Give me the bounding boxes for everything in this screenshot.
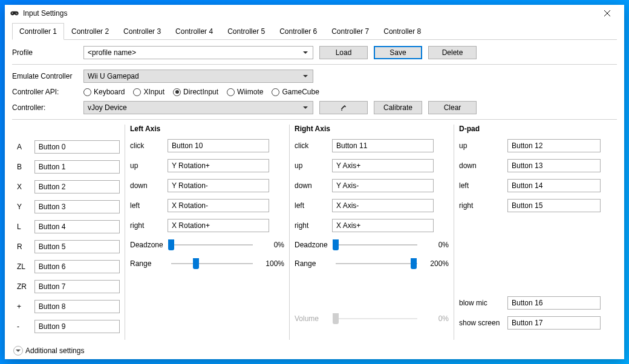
content: Controller 1Controller 2Controller 3Cont… xyxy=(5,22,624,364)
left-deadzone-slider[interactable] xyxy=(168,239,256,251)
button-minus-input[interactable]: Button 9 xyxy=(34,320,120,333)
right-axis-up-input[interactable]: Y Axis+ xyxy=(332,159,434,172)
radio-icon xyxy=(272,88,279,96)
close-button[interactable] xyxy=(595,5,619,22)
button-x-input[interactable]: Button 2 xyxy=(34,180,120,193)
button-y-row: YButton 3 xyxy=(17,200,120,213)
button-plus-label: + xyxy=(17,302,31,311)
right-axis-down-input[interactable]: Y Axis- xyxy=(332,179,434,192)
right-range-slider[interactable] xyxy=(332,258,421,270)
tab-controller-2[interactable]: Controller 2 xyxy=(64,23,116,39)
right-axis-right-input[interactable]: X Axis+ xyxy=(332,219,434,232)
tab-controller-4[interactable]: Controller 4 xyxy=(168,23,220,39)
extra-blow-mic-row: blow micButton 16 xyxy=(459,296,612,310)
button-l-label: L xyxy=(17,223,31,231)
tab-controller-7[interactable]: Controller 7 xyxy=(324,23,376,39)
button-zl-input[interactable]: Button 6 xyxy=(34,260,120,273)
left-axis-left-row: leftX Rotation- xyxy=(130,199,284,212)
tab-controller-3[interactable]: Controller 3 xyxy=(116,23,168,39)
right-axis-down-row: downY Axis- xyxy=(295,179,449,192)
button-zr-input[interactable]: Button 7 xyxy=(34,280,120,293)
dpad-down-input[interactable]: Button 13 xyxy=(507,159,601,172)
left-axis-left-input[interactable]: X Rotation- xyxy=(168,199,269,212)
left-axis-right-row: rightX Rotation+ xyxy=(130,219,284,232)
tab-controller-1[interactable]: Controller 1 xyxy=(12,23,64,40)
load-button[interactable]: Load xyxy=(319,46,368,59)
right-axis-click-input[interactable]: Button 11 xyxy=(332,139,434,152)
radio-keyboard[interactable]: Keyboard xyxy=(83,88,125,96)
dpad-down-row: downButton 13 xyxy=(459,159,612,172)
button-zl-row: ZLButton 6 xyxy=(17,260,120,273)
radio-wiimote[interactable]: Wiimote xyxy=(227,88,263,96)
save-button[interactable]: Save xyxy=(374,46,422,59)
button-r-input[interactable]: Button 5 xyxy=(34,240,120,253)
volume-row: Volume 0% xyxy=(295,313,449,325)
titlebar: Input Settings xyxy=(5,5,624,22)
right-axis-click-row: clickButton 11 xyxy=(295,139,449,152)
button-y-input[interactable]: Button 3 xyxy=(34,200,120,213)
dpad-up-input[interactable]: Button 12 xyxy=(507,139,601,152)
right-axis-title: Right Axis xyxy=(295,125,449,133)
additional-settings-toggle[interactable]: Additional settings xyxy=(12,342,617,359)
button-minus-label: - xyxy=(17,322,31,331)
radio-directinput[interactable]: DirectInput xyxy=(173,88,218,96)
dpad-left-input[interactable]: Button 14 xyxy=(507,179,601,192)
right-axis-up-label: up xyxy=(295,161,328,170)
clear-button[interactable]: Clear xyxy=(428,101,477,114)
window-title: Input Settings xyxy=(23,9,592,18)
button-x-label: X xyxy=(17,183,31,191)
extra-blow-mic-label: blow mic xyxy=(459,299,504,307)
tab-controller-5[interactable]: Controller 5 xyxy=(220,23,272,39)
api-label: Controller API: xyxy=(12,88,77,96)
dpad-left-row: leftButton 14 xyxy=(459,179,612,192)
button-b-label: B xyxy=(17,163,31,171)
chevron-down-icon xyxy=(13,346,23,356)
api-row: Controller API: KeyboardXInputDirectInpu… xyxy=(12,88,617,96)
left-range-slider[interactable] xyxy=(168,258,256,270)
left-range-row: Range 100% xyxy=(130,258,284,270)
buttons-column: AButton 0BButton 1XButton 2YButton 3LBut… xyxy=(12,125,125,340)
controller-combo[interactable]: vJoy Device xyxy=(83,101,313,114)
button-zr-label: ZR xyxy=(17,282,31,291)
radio-icon xyxy=(83,88,91,96)
tab-controller-6[interactable]: Controller 6 xyxy=(272,23,324,39)
button-b-input[interactable]: Button 1 xyxy=(34,160,120,174)
left-axis-left-label: left xyxy=(130,201,164,210)
radio-xinput[interactable]: XInput xyxy=(133,88,165,96)
right-deadzone-slider[interactable] xyxy=(332,239,421,251)
left-axis-down-input[interactable]: Y Rotation- xyxy=(168,179,269,192)
connect-button[interactable] xyxy=(319,101,368,114)
calibrate-button[interactable]: Calibrate xyxy=(374,101,422,114)
button-l-input[interactable]: Button 4 xyxy=(34,220,120,233)
extra-blow-mic-input[interactable]: Button 16 xyxy=(507,296,601,310)
top-rows: Profile <profile name> Load Save Delete … xyxy=(12,46,617,125)
button-plus-input[interactable]: Button 8 xyxy=(34,300,120,313)
left-deadzone-row: Deadzone 0% xyxy=(130,239,284,251)
left-axis-click-input[interactable]: Button 10 xyxy=(168,139,269,152)
extra-show-screen-input[interactable]: Button 17 xyxy=(507,316,601,330)
left-axis-up-row: upY Rotation+ xyxy=(130,159,284,172)
radio-icon xyxy=(133,88,141,96)
tab-controller-8[interactable]: Controller 8 xyxy=(376,23,428,39)
left-axis-up-input[interactable]: Y Rotation+ xyxy=(168,159,269,172)
left-axis-column: Left Axis clickButton 10upY Rotation+dow… xyxy=(125,125,289,340)
right-axis-left-input[interactable]: X Axis- xyxy=(332,199,434,212)
button-l-row: LButton 4 xyxy=(17,220,120,233)
right-axis-down-label: down xyxy=(295,181,328,190)
left-axis-right-input[interactable]: X Rotation+ xyxy=(168,219,269,232)
dpad-up-label: up xyxy=(459,141,504,150)
right-axis-right-label: right xyxy=(295,221,328,230)
right-deadzone-row: Deadzone 0% xyxy=(295,239,449,251)
button-y-label: Y xyxy=(17,203,31,211)
controller-label: Controller: xyxy=(12,103,77,112)
dpad-title: D-pad xyxy=(459,125,612,133)
button-a-input[interactable]: Button 0 xyxy=(34,140,120,154)
button-r-row: RButton 5 xyxy=(17,240,120,253)
button-a-label: A xyxy=(17,143,31,151)
profile-combo[interactable]: <profile name> xyxy=(83,46,313,59)
delete-button[interactable]: Delete xyxy=(428,46,477,59)
radio-gamecube[interactable]: GameCube xyxy=(272,88,319,96)
dpad-right-input[interactable]: Button 15 xyxy=(507,199,601,212)
emulate-combo[interactable]: Wii U Gamepad xyxy=(83,70,313,83)
button-plus-row: +Button 8 xyxy=(17,300,120,313)
